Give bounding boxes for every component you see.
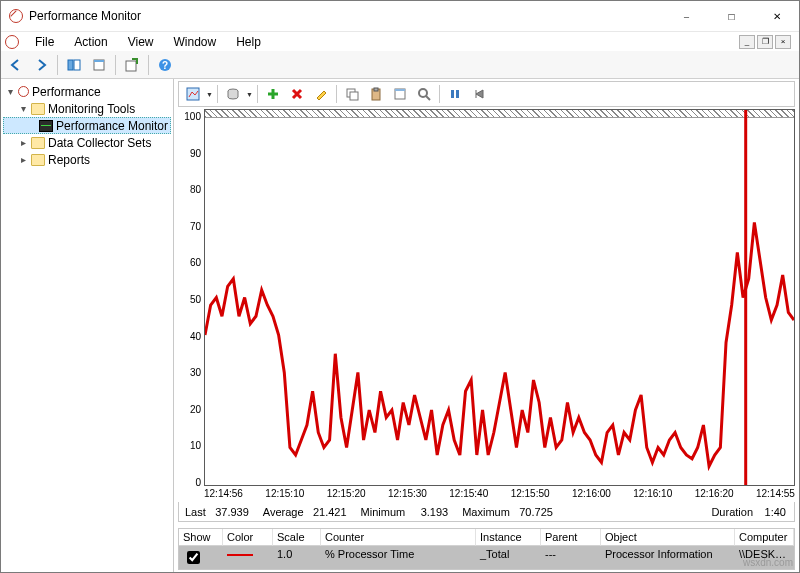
app-icon <box>9 9 23 23</box>
separator <box>115 55 116 75</box>
back-button[interactable] <box>5 54 27 76</box>
tree-pane[interactable]: ▾ Performance ▾ Monitoring Tools Perform… <box>1 79 174 572</box>
y-tick: 100 <box>184 111 201 122</box>
mdi-restore-button[interactable]: ❐ <box>757 35 773 49</box>
col-show[interactable]: Show <box>179 529 223 546</box>
plot-svg <box>205 110 794 485</box>
performance-icon <box>18 86 29 97</box>
chart-properties-button[interactable] <box>389 84 411 104</box>
body: ▾ Performance ▾ Monitoring Tools Perform… <box>1 79 799 572</box>
menu-view[interactable]: View <box>120 33 162 51</box>
stat-avg-value: 21.421 <box>305 506 355 518</box>
tree-node-performance-monitor[interactable]: Performance Monitor <box>3 117 171 134</box>
col-object[interactable]: Object <box>601 529 735 546</box>
col-counter[interactable]: Counter <box>321 529 476 546</box>
x-tick: 12:15:50 <box>511 488 550 502</box>
folder-icon <box>31 137 45 149</box>
collapse-icon[interactable]: ▾ <box>18 103 28 114</box>
forward-button[interactable] <box>30 54 52 76</box>
x-tick: 12:15:10 <box>265 488 304 502</box>
watermark: wsxdn.com <box>743 557 793 568</box>
properties-button[interactable] <box>88 54 110 76</box>
highlight-button[interactable] <box>310 84 332 104</box>
copy-properties-button[interactable] <box>341 84 363 104</box>
tree-label: Performance <box>32 85 101 99</box>
menu-file[interactable]: File <box>27 33 62 51</box>
cell-color <box>223 546 273 569</box>
cell-object: Processor Information <box>601 546 735 569</box>
chart-toolbar: ▼ ▼ <box>178 81 795 107</box>
col-color[interactable]: Color <box>223 529 273 546</box>
menu-help[interactable]: Help <box>228 33 269 51</box>
x-tick: 12:14:55 <box>756 488 795 502</box>
dropdown-caret-icon[interactable]: ▼ <box>206 91 213 98</box>
main-toolbar: ? <box>1 51 799 79</box>
tree-node-data-collector-sets[interactable]: ▸ Data Collector Sets <box>3 134 171 151</box>
svg-rect-12 <box>374 88 378 91</box>
tree-label: Monitoring Tools <box>48 102 135 116</box>
svg-rect-3 <box>94 60 104 62</box>
zoom-button[interactable] <box>413 84 435 104</box>
maximize-button[interactable]: □ <box>709 1 754 31</box>
dropdown-caret-icon[interactable]: ▼ <box>246 91 253 98</box>
stat-min-value: 3.193 <box>406 506 456 518</box>
svg-point-15 <box>419 89 427 97</box>
chart-area: 100 90 80 70 60 50 40 30 20 10 0 <box>178 109 795 502</box>
x-tick: 12:14:56 <box>204 488 243 502</box>
export-list-button[interactable] <box>121 54 143 76</box>
help-button[interactable]: ? <box>154 54 176 76</box>
stat-avg-label: Average <box>257 506 305 518</box>
stat-min-label: Minimum <box>355 506 407 518</box>
collapse-icon[interactable]: ▾ <box>5 86 15 97</box>
expand-icon[interactable]: ▸ <box>18 137 28 148</box>
tree-label: Reports <box>48 153 90 167</box>
tree-node-monitoring-tools[interactable]: ▾ Monitoring Tools <box>3 100 171 117</box>
cell-parent: --- <box>541 546 601 569</box>
delete-counter-button[interactable] <box>286 84 308 104</box>
show-hide-console-tree-button[interactable] <box>63 54 85 76</box>
y-tick: 80 <box>190 184 201 195</box>
col-scale[interactable]: Scale <box>273 529 321 546</box>
mdi-close-button[interactable]: × <box>775 35 791 49</box>
y-tick: 30 <box>190 367 201 378</box>
update-data-button[interactable] <box>468 84 490 104</box>
menu-window[interactable]: Window <box>166 33 225 51</box>
y-tick: 0 <box>195 477 201 488</box>
tree-node-reports[interactable]: ▸ Reports <box>3 151 171 168</box>
x-tick: 12:16:10 <box>633 488 672 502</box>
view-current-activity-button[interactable] <box>182 84 204 104</box>
y-tick: 60 <box>190 257 201 268</box>
add-counter-button[interactable] <box>262 84 284 104</box>
x-axis: 12:14:56 12:15:10 12:15:20 12:15:30 12:1… <box>204 486 795 502</box>
cell-show[interactable] <box>179 546 223 569</box>
x-tick: 12:16:20 <box>695 488 734 502</box>
cell-counter: % Processor Time <box>321 546 476 569</box>
freeze-display-button[interactable] <box>444 84 466 104</box>
svg-text:?: ? <box>162 60 168 71</box>
titlebar: Performance Monitor – □ ✕ <box>1 1 799 31</box>
col-parent[interactable]: Parent <box>541 529 601 546</box>
counter-table: Show Color Scale Counter Instance Parent… <box>178 528 795 570</box>
window-controls: – □ ✕ <box>664 1 799 31</box>
expand-icon[interactable]: ▸ <box>18 154 28 165</box>
counter-row[interactable]: 1.0 % Processor Time _Total --- Processo… <box>179 546 794 569</box>
folder-icon <box>31 103 45 115</box>
paste-counter-list-button[interactable] <box>365 84 387 104</box>
menubar-app-icon <box>5 35 19 49</box>
plot[interactable] <box>204 109 795 486</box>
tree-node-performance[interactable]: ▾ Performance <box>3 83 171 100</box>
plot-wrap: 12:14:56 12:15:10 12:15:20 12:15:30 12:1… <box>204 109 795 502</box>
mdi-minimize-button[interactable]: _ <box>739 35 755 49</box>
separator <box>439 85 440 103</box>
cell-instance: _Total <box>476 546 541 569</box>
col-computer[interactable]: Computer <box>735 529 794 546</box>
color-swatch <box>227 554 253 556</box>
view-log-data-button[interactable] <box>222 84 244 104</box>
tree-label: Data Collector Sets <box>48 136 151 150</box>
close-button[interactable]: ✕ <box>754 1 799 31</box>
svg-rect-16 <box>451 90 454 98</box>
col-instance[interactable]: Instance <box>476 529 541 546</box>
minimize-button[interactable]: – <box>664 1 709 31</box>
menu-action[interactable]: Action <box>66 33 115 51</box>
show-checkbox[interactable] <box>187 551 200 564</box>
